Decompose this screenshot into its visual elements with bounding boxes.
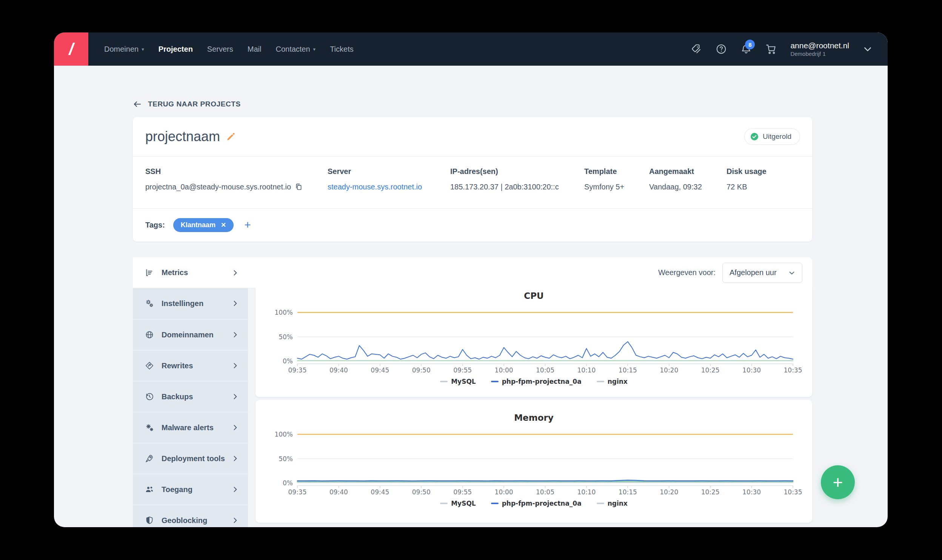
sidebar-item-deployment-tools[interactable]: Deployment tools bbox=[133, 443, 248, 474]
sidebar-item-toegang[interactable]: Toegang bbox=[133, 474, 248, 505]
malware-icon bbox=[145, 423, 154, 432]
period-select-value: Afgelopen uur bbox=[730, 268, 777, 277]
edit-title-pencil-icon[interactable] bbox=[226, 132, 236, 142]
legend-item-mysql[interactable]: MySQL bbox=[440, 378, 476, 385]
legend-marker bbox=[491, 381, 499, 382]
history-icon bbox=[145, 392, 154, 401]
legend-item-nginx[interactable]: nginx bbox=[597, 500, 628, 507]
chevron-right-icon bbox=[231, 393, 239, 400]
check-circle-icon bbox=[750, 132, 759, 141]
add-tag-button[interactable]: + bbox=[244, 219, 251, 231]
memory-chart-legend: MySQLphp-fpm-projectna_0anginx bbox=[256, 500, 812, 507]
navbar-right: 8 anne@rootnet.nl Demobedrijf 1 bbox=[691, 41, 888, 58]
remove-tag-icon[interactable]: ✕ bbox=[221, 221, 226, 229]
svg-text:10:30: 10:30 bbox=[742, 366, 761, 374]
svg-text:10:25: 10:25 bbox=[701, 488, 719, 496]
svg-text:100%: 100% bbox=[274, 309, 293, 316]
info-column-server: Serversteady-mouse.sys.rootnet.io bbox=[328, 167, 450, 208]
info-value-link[interactable]: steady-mouse.sys.rootnet.io bbox=[328, 183, 450, 191]
rewrites-icon bbox=[145, 361, 154, 370]
info-label: Template bbox=[584, 167, 649, 176]
legend-label: php-fpm-projectna_0a bbox=[502, 378, 582, 385]
legend-label: php-fpm-projectna_0a bbox=[502, 500, 582, 507]
project-info-row: SSHprojectna_0a@steady-mouse.sys.rootnet… bbox=[133, 157, 812, 209]
memory-chart-title: Memory bbox=[256, 413, 812, 423]
info-label: Server bbox=[328, 167, 450, 176]
chevron-right-icon bbox=[231, 300, 239, 307]
legend-label: MySQL bbox=[451, 378, 476, 385]
cpu-chart-card: CPU 09:3509:4009:4509:5009:5510:0010:051… bbox=[256, 288, 812, 397]
nav-item-domeinen[interactable]: Domeinen▾ bbox=[104, 45, 144, 54]
notifications-bell-icon[interactable]: 8 bbox=[740, 43, 752, 55]
nav-item-projecten[interactable]: Projecten bbox=[159, 45, 193, 54]
nav-item-contacten[interactable]: Contacten▾ bbox=[276, 45, 316, 54]
page-title: projectnaam bbox=[145, 129, 220, 145]
svg-text:09:40: 09:40 bbox=[329, 366, 348, 374]
chevron-right-icon bbox=[231, 269, 239, 277]
svg-text:50%: 50% bbox=[279, 455, 293, 463]
svg-text:10:10: 10:10 bbox=[577, 366, 596, 374]
nav-item-tickets[interactable]: Tickets bbox=[330, 45, 354, 54]
project-title-row: projectnaam Uitgerold bbox=[133, 117, 812, 157]
brand-logo[interactable]: / bbox=[54, 32, 88, 66]
period-select[interactable]: Afgelopen uur bbox=[722, 263, 802, 283]
legend-label: nginx bbox=[608, 500, 628, 507]
legend-item-mysql[interactable]: MySQL bbox=[440, 500, 476, 507]
chevron-right-icon bbox=[231, 331, 239, 338]
add-project-fab-button[interactable]: + bbox=[821, 465, 855, 499]
info-label: IP-adres(sen) bbox=[450, 167, 584, 176]
info-column-ssh: SSHprojectna_0a@steady-mouse.sys.rootnet… bbox=[145, 167, 328, 208]
legend-item-nginx[interactable]: nginx bbox=[597, 378, 628, 385]
sidebar-item-backups[interactable]: Backups bbox=[133, 381, 248, 412]
user-company: Demobedrijf 1 bbox=[790, 51, 849, 58]
sidebar-item-rewrites[interactable]: Rewrites bbox=[133, 350, 248, 381]
svg-text:09:55: 09:55 bbox=[453, 366, 472, 374]
back-to-projects-link[interactable]: TERUG NAAR PROJECTS bbox=[133, 100, 241, 109]
user-menu[interactable]: anne@rootnet.nl Demobedrijf 1 bbox=[790, 41, 849, 58]
info-value: 185.173.20.37 | 2a0b:3100:20::c bbox=[450, 183, 584, 191]
cpu-chart-title: CPU bbox=[256, 291, 812, 301]
legend-marker bbox=[597, 503, 604, 504]
cart-icon[interactable] bbox=[765, 43, 777, 55]
user-menu-chevron-down-icon[interactable] bbox=[863, 44, 873, 54]
info-value: Symfony 5+ bbox=[584, 183, 649, 191]
svg-text:09:35: 09:35 bbox=[288, 366, 306, 374]
svg-text:0%: 0% bbox=[283, 479, 293, 487]
info-value-text: Symfony 5+ bbox=[584, 183, 624, 191]
legend-marker bbox=[597, 381, 604, 382]
sidebar-item-metrics[interactable]: Metrics bbox=[133, 257, 248, 288]
rocket-icon bbox=[145, 454, 154, 463]
svg-text:09:55: 09:55 bbox=[453, 488, 472, 496]
help-icon[interactable] bbox=[716, 43, 727, 55]
sidebar-item-instellingen[interactable]: Instellingen bbox=[133, 288, 248, 319]
legend-item-php-fpm-projectna-0a[interactable]: php-fpm-projectna_0a bbox=[491, 500, 582, 507]
chevron-down-icon: ▾ bbox=[313, 46, 316, 52]
sidebar-item-geoblocking[interactable]: Geoblocking bbox=[133, 505, 248, 527]
main-navigation: Domeinen▾ProjectenServersMailContacten▾T… bbox=[104, 45, 354, 54]
chevron-right-icon bbox=[231, 362, 239, 369]
svg-text:09:35: 09:35 bbox=[288, 488, 306, 496]
svg-text:10:20: 10:20 bbox=[660, 488, 678, 496]
info-label: Aangemaakt bbox=[649, 167, 727, 176]
svg-text:10:15: 10:15 bbox=[618, 366, 637, 374]
tags-icon[interactable] bbox=[691, 43, 702, 55]
arrow-left-icon bbox=[133, 100, 142, 109]
nav-item-servers[interactable]: Servers bbox=[207, 45, 233, 54]
svg-text:09:50: 09:50 bbox=[412, 366, 430, 374]
period-filter: Weergeven voor: Afgelopen uur bbox=[658, 263, 812, 283]
nav-item-mail[interactable]: Mail bbox=[248, 45, 262, 54]
svg-text:10:35: 10:35 bbox=[783, 488, 802, 496]
sidebar-item-label: Rewrites bbox=[162, 362, 193, 370]
chevron-right-icon bbox=[231, 517, 239, 524]
cpu-chart-legend: MySQLphp-fpm-projectna_0anginx bbox=[256, 378, 812, 385]
sidebar-item-domeinnamen[interactable]: Domeinnamen bbox=[133, 319, 248, 350]
users-icon bbox=[145, 485, 154, 494]
project-header-card: projectnaam Uitgerold SSHprojectna_0a@st… bbox=[133, 117, 812, 242]
tag-pill[interactable]: Klantnaam ✕ bbox=[173, 218, 234, 232]
legend-item-php-fpm-projectna-0a[interactable]: php-fpm-projectna_0a bbox=[491, 378, 582, 385]
tag-label: Klantnaam bbox=[181, 221, 215, 229]
svg-text:10:00: 10:00 bbox=[494, 366, 513, 374]
status-badge: Uitgerold bbox=[744, 128, 800, 145]
sidebar-item-malware-alerts[interactable]: Malware alerts bbox=[133, 412, 248, 443]
copy-icon[interactable] bbox=[295, 183, 303, 191]
